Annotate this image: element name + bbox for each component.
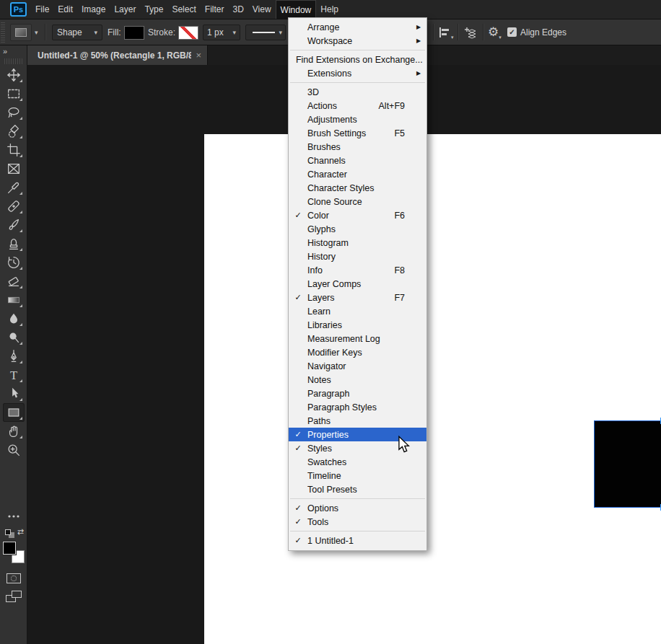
screen-mode-button[interactable] bbox=[6, 591, 22, 602]
path-arrangement-button[interactable] bbox=[463, 19, 478, 45]
menu-item-learn[interactable]: Learn bbox=[289, 304, 426, 318]
menu-item-options[interactable]: ✓Options bbox=[289, 501, 426, 515]
type-tool[interactable]: T bbox=[3, 366, 25, 384]
menu-item-modifier-keys[interactable]: Modifier Keys bbox=[289, 345, 426, 359]
spot-healing-brush-tool[interactable] bbox=[3, 197, 25, 216]
rectangle-shape-layer[interactable] bbox=[594, 420, 661, 508]
menu-item-arrange[interactable]: Arrange▶ bbox=[289, 20, 426, 34]
blur-tool[interactable] bbox=[3, 309, 25, 328]
tool-preset-button[interactable] bbox=[10, 24, 32, 41]
menu-item-swatches[interactable]: Swatches bbox=[289, 455, 426, 469]
hand-tool-icon bbox=[6, 423, 22, 439]
tools-panel-grip[interactable] bbox=[4, 58, 23, 64]
menubar-item-image[interactable]: Image bbox=[77, 0, 110, 19]
tool-preset-chevron[interactable]: ▾ bbox=[35, 19, 38, 45]
swap-colors-button[interactable]: ⇄ bbox=[3, 527, 25, 540]
menu-item-label: Notes bbox=[307, 375, 416, 385]
menu-item-history[interactable]: History bbox=[289, 250, 426, 263]
history-brush-tool[interactable] bbox=[3, 253, 25, 272]
quick-mask-button[interactable] bbox=[6, 573, 21, 583]
check-icon: ✓ bbox=[289, 503, 307, 513]
fill-label: Fill: bbox=[108, 19, 121, 45]
menu-item-label: History bbox=[307, 252, 416, 262]
dodge-tool[interactable] bbox=[3, 328, 25, 347]
menubar-item-file[interactable]: File bbox=[31, 0, 53, 19]
menu-item-channels[interactable]: Channels bbox=[289, 154, 426, 167]
menu-item-timeline[interactable]: Timeline bbox=[289, 469, 426, 482]
hand-tool[interactable] bbox=[3, 422, 25, 441]
menu-item-brushes[interactable]: Brushes bbox=[289, 140, 426, 154]
rectangle-tool[interactable] bbox=[3, 403, 25, 422]
menu-item-measurement-log[interactable]: Measurement Log bbox=[289, 332, 426, 345]
close-icon[interactable]: × bbox=[196, 50, 201, 61]
menubar-item-filter[interactable]: Filter bbox=[201, 0, 229, 19]
align-edges-checkbox[interactable]: ✓ bbox=[507, 19, 517, 45]
path-options-button[interactable]: ⚙▾ bbox=[488, 19, 502, 45]
menu-item-tool-presets[interactable]: Tool Presets bbox=[289, 482, 426, 496]
expand-panel-button[interactable]: » bbox=[0, 45, 27, 56]
gradient-tool[interactable] bbox=[3, 291, 25, 309]
lasso-tool[interactable] bbox=[3, 103, 25, 122]
menu-item-paths[interactable]: Paths bbox=[289, 414, 426, 428]
quick-selection-tool[interactable] bbox=[3, 122, 25, 141]
options-bar-grip[interactable] bbox=[1, 22, 5, 43]
menu-item-layers[interactable]: ✓LayersF7 bbox=[289, 291, 426, 304]
menu-item-label: Tools bbox=[307, 517, 416, 527]
document-canvas[interactable] bbox=[204, 134, 661, 644]
menubar-item-edit[interactable]: Edit bbox=[53, 0, 77, 19]
menu-item-glyphs[interactable]: Glyphs bbox=[289, 222, 426, 236]
eraser-tool[interactable] bbox=[3, 272, 25, 291]
menu-item-find-extensions-on-exchange-[interactable]: Find Extensions on Exchange... bbox=[289, 53, 426, 66]
move-tool[interactable] bbox=[3, 66, 25, 84]
path-alignment-button[interactable]: ▾ bbox=[438, 19, 454, 45]
menu-item-navigator[interactable]: Navigator bbox=[289, 359, 426, 373]
menubar-item-type[interactable]: Type bbox=[140, 0, 167, 19]
document-tab[interactable]: Untitled-1 @ 50% (Rectangle 1, RGB/8) * … bbox=[27, 45, 208, 65]
menubar-item-layer[interactable]: Layer bbox=[110, 0, 140, 19]
menu-item-extensions[interactable]: Extensions▶ bbox=[289, 66, 426, 80]
menu-item-character-styles[interactable]: Character Styles bbox=[289, 181, 426, 195]
foreground-color-swatch[interactable] bbox=[3, 542, 16, 555]
stroke-width-dropdown[interactable]: 1 px ▾ bbox=[203, 25, 240, 40]
menu-item-brush-settings[interactable]: Brush SettingsF5 bbox=[289, 126, 426, 140]
menu-item-info[interactable]: InfoF8 bbox=[289, 263, 426, 277]
menu-item-character[interactable]: Character bbox=[289, 167, 426, 181]
eyedropper-tool[interactable] bbox=[3, 178, 25, 197]
path-selection-tool[interactable] bbox=[3, 384, 25, 403]
fill-swatch[interactable] bbox=[125, 27, 144, 39]
menu-item-tools[interactable]: ✓Tools bbox=[289, 515, 426, 529]
edit-toolbar-button[interactable] bbox=[3, 507, 25, 526]
zoom-tool[interactable] bbox=[3, 441, 25, 459]
menu-item-adjustments[interactable]: Adjustments bbox=[289, 113, 426, 126]
menu-item-shortcut: F8 bbox=[394, 265, 405, 275]
menu-item-actions[interactable]: ActionsAlt+F9 bbox=[289, 99, 426, 113]
menu-item-color[interactable]: ✓ColorF6 bbox=[289, 208, 426, 222]
crop-tool[interactable] bbox=[3, 141, 25, 159]
menu-item-3d[interactable]: 3D bbox=[289, 85, 426, 99]
clone-stamp-tool[interactable] bbox=[3, 234, 25, 253]
menubar-item-help[interactable]: Help bbox=[316, 0, 343, 19]
menubar-item-3d[interactable]: 3D bbox=[228, 0, 248, 19]
menubar-item-select[interactable]: Select bbox=[167, 0, 200, 19]
menu-item-paragraph[interactable]: Paragraph bbox=[289, 387, 426, 400]
shape-mode-dropdown[interactable]: Shape ▾ bbox=[52, 25, 102, 40]
menu-item-histogram[interactable]: Histogram bbox=[289, 236, 426, 250]
stroke-swatch[interactable] bbox=[179, 27, 198, 39]
menu-item-notes[interactable]: Notes bbox=[289, 373, 426, 387]
menu-item-layer-comps[interactable]: Layer Comps bbox=[289, 277, 426, 291]
rectangular-marquee-tool[interactable] bbox=[3, 84, 25, 103]
menu-item-libraries[interactable]: Libraries bbox=[289, 318, 426, 332]
menu-item-clone-source[interactable]: Clone Source bbox=[289, 195, 426, 208]
menubar-item-window[interactable]: Window bbox=[276, 0, 317, 19]
crop-tool-icon bbox=[6, 142, 22, 158]
frame-tool[interactable] bbox=[3, 159, 25, 178]
brush-tool[interactable] bbox=[3, 216, 25, 234]
pen-tool[interactable] bbox=[3, 347, 25, 366]
menu-item-label: Swatches bbox=[307, 457, 416, 467]
stroke-style-dropdown[interactable]: ▾ bbox=[245, 25, 286, 40]
menu-item-label: Paragraph bbox=[307, 389, 416, 399]
menu-item-workspace[interactable]: Workspace▶ bbox=[289, 34, 426, 48]
menu-item-1-untitled-1[interactable]: ✓1 Untitled-1 bbox=[289, 534, 426, 547]
menu-item-paragraph-styles[interactable]: Paragraph Styles bbox=[289, 400, 426, 414]
menubar-item-view[interactable]: View bbox=[248, 0, 276, 19]
